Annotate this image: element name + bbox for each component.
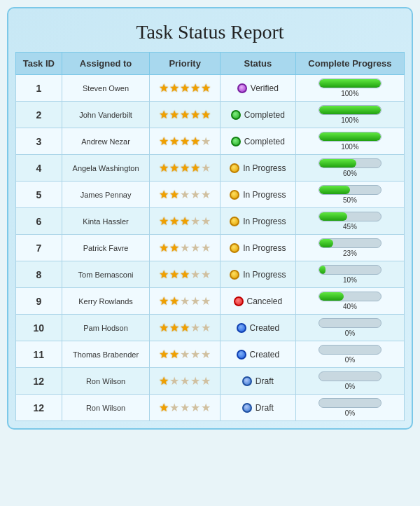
star-empty-icon: ★ (190, 241, 200, 254)
star-filled-icon: ★ (159, 348, 169, 361)
assigned-name-cell: John Vanderbilt (62, 102, 150, 128)
status-dot-verified (237, 83, 247, 93)
status-dot-in-progress (230, 217, 239, 226)
task-id-cell: 5 (16, 182, 62, 208)
star-filled-icon: ★ (159, 374, 169, 388)
task-id-cell: 1 (16, 75, 62, 102)
task-id-cell: 12 (16, 395, 62, 421)
star-filled-icon: ★ (159, 401, 169, 414)
progress-td: 100% (295, 128, 404, 155)
progress-bar-inner (319, 186, 350, 194)
progress-cell: 45% (299, 212, 401, 231)
priority-cell: ★★★★★ (150, 155, 220, 182)
progress-td: 0% (295, 341, 404, 368)
table-row: 1Steven Owen★★★★★Verified100% (16, 75, 405, 102)
status-td: Draft (220, 368, 295, 395)
progress-cell: 0% (299, 398, 401, 417)
task-id-cell: 9 (16, 288, 62, 315)
priority-cell: ★★★★★ (150, 261, 220, 288)
column-header: Priority (150, 53, 220, 75)
progress-label: 0% (345, 409, 355, 417)
star-empty-icon: ★ (180, 401, 190, 414)
status-cell: Completed (223, 137, 293, 146)
progress-bar-outer (318, 398, 382, 408)
status-text: Canceled (247, 296, 283, 306)
status-td: In Progress (220, 235, 295, 261)
priority-cell: ★★★★★ (150, 368, 220, 395)
main-container: Task Status Report Task IDAssigned toPri… (7, 7, 413, 430)
star-filled-icon: ★ (190, 108, 200, 121)
star-empty-icon: ★ (190, 294, 200, 308)
star-filled-icon: ★ (190, 81, 200, 95)
progress-bar-outer (318, 265, 382, 275)
progress-bar-outer (318, 371, 382, 381)
assigned-name-cell: James Pennay (62, 182, 150, 208)
task-table: Task IDAssigned toPriorityStatusComplete… (15, 52, 405, 421)
assigned-name-cell: Kerry Rowlands (62, 288, 150, 315)
table-row: 8Tom Bernasconi★★★★★In Progress10% (16, 261, 405, 288)
star-empty-icon: ★ (180, 188, 190, 201)
status-dot-in-progress (230, 243, 239, 253)
progress-td: 0% (295, 315, 404, 341)
status-cell: Completed (223, 110, 293, 120)
progress-bar-outer (318, 185, 382, 195)
stars-container: ★★★★★ (153, 135, 216, 148)
status-text: In Progress (243, 243, 286, 253)
status-td: Completed (220, 102, 295, 128)
star-empty-icon: ★ (190, 321, 200, 334)
progress-bar-inner (319, 79, 381, 88)
assigned-name-cell: Steven Owen (62, 75, 150, 102)
star-filled-icon: ★ (169, 214, 179, 228)
status-td: Canceled (220, 288, 295, 315)
progress-label: 100% (341, 90, 359, 97)
star-filled-icon: ★ (159, 135, 169, 148)
progress-bar-inner (319, 132, 381, 141)
progress-td: 45% (295, 208, 404, 235)
star-filled-icon: ★ (159, 81, 169, 95)
star-filled-icon: ★ (180, 135, 190, 148)
status-td: Created (220, 315, 295, 341)
stars-container: ★★★★★ (153, 268, 216, 281)
progress-bar-outer (318, 345, 382, 355)
assigned-name-cell: Ron Wilson (62, 368, 150, 395)
table-row: 9Kerry Rowlands★★★★★Canceled40% (16, 288, 405, 315)
star-empty-icon: ★ (180, 294, 190, 308)
status-dot-completed (231, 110, 241, 120)
stars-container: ★★★★★ (153, 348, 216, 361)
progress-bar-outer (318, 292, 382, 301)
progress-bar-outer (318, 132, 382, 142)
status-text: Created (250, 350, 280, 360)
progress-td: 100% (295, 75, 404, 102)
progress-cell: 100% (299, 78, 401, 97)
progress-cell: 40% (299, 292, 401, 310)
progress-bar-inner (319, 159, 356, 167)
progress-label: 40% (343, 303, 357, 310)
column-header: Task ID (16, 53, 62, 75)
star-empty-icon: ★ (201, 161, 211, 175)
star-empty-icon: ★ (201, 214, 211, 228)
star-empty-icon: ★ (201, 241, 211, 254)
star-filled-icon: ★ (159, 268, 169, 281)
star-filled-icon: ★ (180, 268, 190, 281)
column-header: Assigned to (62, 53, 150, 75)
column-header: Status (220, 53, 295, 75)
stars-container: ★★★★★ (153, 321, 216, 334)
status-cell: Draft (223, 403, 293, 413)
stars-container: ★★★★★ (153, 161, 216, 175)
star-filled-icon: ★ (180, 321, 190, 334)
progress-cell: 0% (299, 371, 401, 390)
progress-label: 0% (345, 356, 355, 364)
assigned-name-cell: Ron Wilson (62, 395, 150, 421)
progress-td: 50% (295, 182, 404, 208)
star-empty-icon: ★ (190, 188, 200, 201)
status-dot-draft (242, 403, 252, 413)
star-filled-icon: ★ (159, 294, 169, 308)
assigned-name-cell: Kinta Hassler (62, 208, 150, 235)
table-row: 10Pam Hodson★★★★★Created0% (16, 315, 405, 341)
star-empty-icon: ★ (180, 241, 190, 254)
status-text: Draft (255, 376, 274, 386)
star-empty-icon: ★ (201, 374, 211, 388)
progress-td: 60% (295, 155, 404, 182)
status-dot-completed (231, 137, 241, 146)
status-text: In Progress (243, 163, 286, 173)
